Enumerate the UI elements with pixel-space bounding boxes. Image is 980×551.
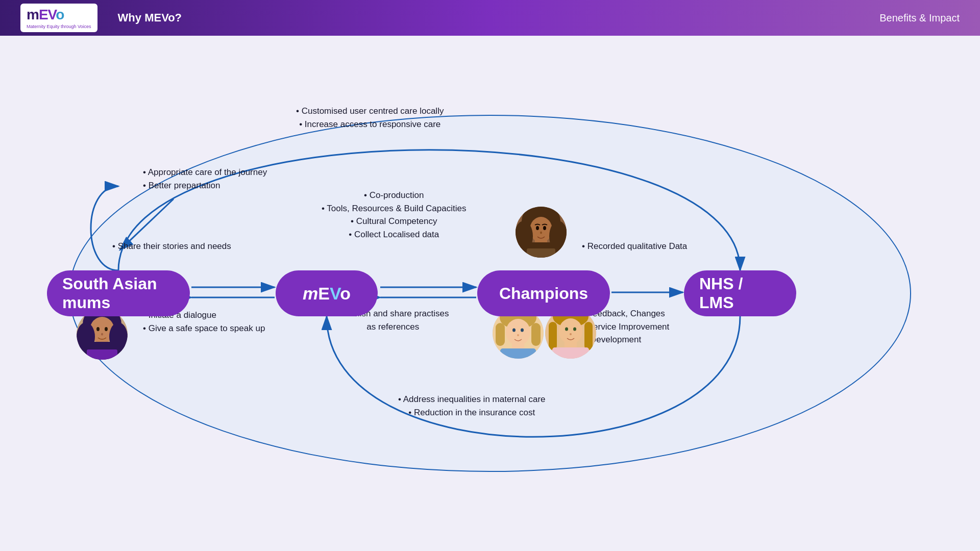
main-content: South Asian mums mEVo Champions NHS / LM… (0, 36, 980, 551)
node-south-asian: South Asian mums (47, 270, 190, 316)
node-champions: Champions (477, 270, 610, 316)
nhs-label: NHS / LMS (699, 274, 781, 312)
center-upper-3-text: • Cultural Competency (322, 215, 466, 228)
benefits-impact-label: Benefits & Impact (879, 12, 960, 24)
right-upper-text: • Recorded qualitative Data (582, 240, 687, 253)
label-top-center-1: • Customised user centred care locally •… (296, 105, 444, 131)
label-right-upper: • Recorded qualitative Data (582, 240, 687, 253)
bottom-2-text: • Reduction in the insurance cost (398, 406, 546, 419)
svg-point-10 (96, 327, 100, 331)
left-middle-text: • Share their stories and needs (112, 240, 231, 253)
svg-point-12 (101, 333, 103, 336)
upper-left-1-text: • Appropriate care of the journey (143, 166, 267, 179)
svg-point-35 (521, 329, 524, 332)
top-center-1-text: • Customised user centred care locally (296, 105, 444, 118)
lower-left-2-text: • Give a safe space to speak up (143, 322, 265, 335)
avatar-champions-top (516, 207, 567, 258)
south-asian-label: South Asian mums (62, 274, 175, 312)
nav-title: Why MEVo? (118, 11, 182, 24)
logo-box: mEVo Maternity Equity through Voices (20, 4, 97, 32)
label-bottom: • Address inequalities in maternal care … (398, 393, 546, 419)
node-mevo: mEVo (276, 270, 378, 316)
header-left: mEVo Maternity Equity through Voices Why… (20, 4, 182, 32)
mevo-logo: mEVo (303, 284, 351, 304)
center-upper-2-text: • Tools, Resources & Build Capacities (322, 202, 466, 215)
svg-point-21 (536, 226, 539, 230)
bottom-1-text: • Address inequalities in maternal care (398, 393, 546, 406)
center-upper-1-text: • Co-production (322, 189, 466, 202)
label-center-upper: • Co-production • Tools, Resources & Bui… (322, 189, 466, 241)
center-upper-4-text: • Collect Localised data (322, 228, 466, 241)
svg-point-22 (543, 226, 546, 230)
svg-point-11 (105, 327, 108, 331)
svg-point-44 (565, 328, 568, 331)
upper-left-2-text: • Better prepartation (143, 179, 267, 192)
header: mEVo Maternity Equity through Voices Why… (0, 0, 980, 36)
svg-rect-42 (549, 322, 557, 350)
svg-point-45 (573, 328, 576, 331)
logo-subtitle: Maternity Equity through Voices (27, 24, 91, 29)
svg-point-46 (570, 333, 572, 335)
top-center-2-text: • Increase access to responsive care (296, 118, 444, 131)
label-left-middle: • Share their stories and needs (112, 240, 231, 253)
svg-rect-33 (531, 323, 541, 346)
logo-text: mEVo (27, 7, 91, 23)
svg-rect-32 (496, 323, 505, 346)
svg-point-36 (517, 334, 519, 336)
svg-rect-43 (584, 322, 593, 350)
svg-point-34 (512, 329, 516, 332)
diagram: South Asian mums mEVo Champions NHS / LM… (31, 59, 949, 528)
label-upper-left: • Appropriate care of the journey • Bett… (143, 166, 267, 192)
node-nhs: NHS / LMS (684, 270, 796, 316)
avatar-south-asian-bottom (77, 309, 128, 360)
svg-point-23 (540, 232, 542, 234)
champions-label: Champions (499, 284, 588, 303)
center-lower-2-text: as references (337, 320, 449, 334)
svg-point-31 (506, 319, 530, 345)
